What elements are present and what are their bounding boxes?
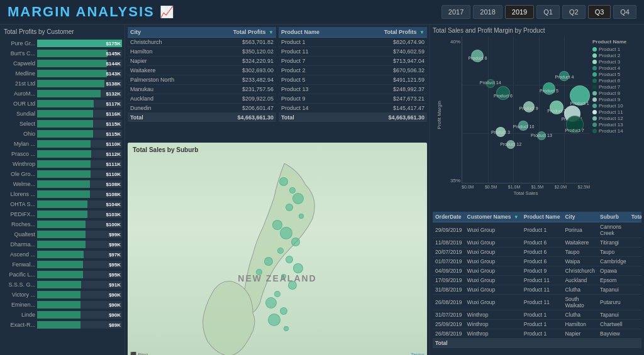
bar-label: Qualtest: [3, 231, 37, 238]
table-row[interactable]: 01/07/2019Wuxi GroupProduct 6WaipaCambri…: [433, 257, 641, 266]
grid-v-3: [539, 36, 540, 183]
cell-1: Wuxi Group: [465, 295, 521, 310]
bar-row[interactable]: Eminen... $90K: [3, 300, 122, 309]
bar-row[interactable]: Linde $90K: [3, 310, 122, 319]
table-row[interactable]: Hamilton$350,120.02: [128, 47, 276, 57]
city-name: Dunedin: [128, 104, 205, 113]
table-row[interactable]: 25/09/2019WinthropProduct 1HamiltonChart…: [433, 320, 641, 329]
bar-row[interactable]: OUR Ltd $117K: [3, 99, 122, 108]
q3-button[interactable]: Q3: [588, 5, 611, 19]
table-row[interactable]: Product 5$491,121.59: [279, 75, 427, 85]
table-row[interactable]: 29/09/2019Wuxi GroupProduct 1PoriruaCann…: [433, 222, 641, 238]
cell-2: Product 1: [521, 320, 563, 329]
legend-dot: [592, 85, 597, 89]
table-row[interactable]: Waitakere$302,693.00: [128, 66, 276, 75]
city-name: Napier: [128, 57, 205, 66]
bar-row[interactable]: Victory ... $90K: [3, 290, 122, 299]
scatter-bubble-label: Product 14: [480, 80, 501, 85]
bar-row[interactable]: Pacific L... $95K: [3, 270, 122, 279]
bar-value: $99K: [109, 231, 121, 238]
bar-row[interactable]: Ohio $115K: [3, 129, 122, 138]
cell-0: 04/09/2019: [433, 266, 465, 276]
x-label-4: $2.0M: [555, 185, 567, 189]
city-profit: $302,693.00: [205, 66, 276, 75]
bar-row[interactable]: Llorens ... $108K: [3, 190, 122, 199]
legend-item: Product 7: [592, 84, 641, 90]
bar-fill: [37, 70, 107, 77]
city-total-value: $4,663,661.30: [205, 113, 276, 123]
table-row[interactable]: 26/08/2019Wuxi GroupProduct 11South Waik…: [433, 295, 641, 310]
chart-icon: 📈: [160, 5, 174, 19]
bar-row[interactable]: Burt's C... $145K: [3, 49, 122, 58]
bar-row[interactable]: Qualtest $99K: [3, 230, 122, 239]
bar-row[interactable]: Mylan ... $110K: [3, 139, 122, 148]
q1-button[interactable]: Q1: [536, 5, 560, 19]
table-row[interactable]: Dunedin$206,601.47: [128, 104, 276, 113]
table-row[interactable]: Product 2$670,506.32: [279, 66, 427, 75]
year-2019-button[interactable]: 2019: [505, 5, 534, 19]
bar-row[interactable]: OHTA S... $104K: [3, 200, 122, 209]
scatter-bubble-label: Product 4: [555, 75, 574, 79]
q4-button[interactable]: Q4: [613, 5, 636, 19]
map-bubble: [268, 314, 280, 326]
filter-icon-customer[interactable]: ▼: [514, 214, 519, 220]
bar-row[interactable]: AuroM... $132K: [3, 89, 122, 98]
table-row[interactable]: Christchurch$563,701.82: [128, 38, 276, 47]
table-row[interactable]: Auckland$209,922.05: [128, 94, 276, 104]
bar-row[interactable]: Ole Gro... $110K: [3, 170, 122, 178]
map-bubbles: [128, 143, 427, 355]
bar-row[interactable]: Welme... $108K: [3, 180, 122, 188]
bar-row[interactable]: Pure Gr... $175K: [3, 39, 122, 48]
table-row[interactable]: Product 14$145,417.47: [279, 104, 427, 113]
table-row[interactable]: 11/08/2019Wuxi GroupProduct 6WaitakereTi…: [433, 238, 641, 248]
bar-row[interactable]: Sundial $116K: [3, 109, 122, 118]
bar-row[interactable]: Select $115K: [3, 119, 122, 128]
cell-0: 26/08/2019: [433, 295, 465, 310]
year-2018-button[interactable]: 2018: [473, 5, 502, 19]
filter-icon-product[interactable]: ▼: [419, 30, 425, 35]
bar-row[interactable]: Fenwal... $95K: [3, 260, 122, 269]
legend-label: Product 7: [599, 84, 620, 90]
q2-button[interactable]: Q2: [562, 5, 586, 19]
cell-5: [629, 276, 641, 285]
bar-row[interactable]: Exact-R... $89K: [3, 320, 122, 329]
bar-row[interactable]: Winthrop $111K: [3, 160, 122, 168]
bar-track: $90K: [37, 291, 122, 298]
table-row[interactable]: 31/08/2019Wuxi GroupProduct 11CluthaTapa…: [433, 285, 641, 295]
table-row[interactable]: 31/07/2019WinthropProduct 1CluthaTapanui: [433, 310, 641, 320]
bar-row[interactable]: S.S.S. G... $91K: [3, 280, 122, 289]
bar-row[interactable]: Dharma... $99K: [3, 240, 122, 249]
table-row[interactable]: Product 7$713,947.04: [279, 57, 427, 66]
bar-row[interactable]: PEDiFX... $103K: [3, 210, 122, 219]
bar-fill: [37, 200, 87, 208]
bar-value: $145K: [106, 50, 121, 57]
table-row[interactable]: 17/09/2019Wuxi GroupProduct 11AucklandEp…: [433, 276, 641, 285]
scatter-plot-container: Product 8Product 14Product 6Product 3Pro…: [462, 36, 590, 194]
bar-row[interactable]: Ascend ... $97K: [3, 250, 122, 259]
city-profit: $231,757.56: [205, 85, 276, 94]
bar-row[interactable]: Capweld $144K: [3, 59, 122, 68]
bar-row[interactable]: 21st Ltd $138K: [3, 79, 122, 88]
cell-3: Porirua: [562, 222, 597, 238]
bar-row[interactable]: Roches... $100K: [3, 220, 122, 229]
table-row[interactable]: Product 11$740,602.59: [279, 47, 427, 57]
bar-value: $115K: [106, 130, 121, 138]
y-axis-label: Profit Margin: [436, 96, 442, 134]
filter-icon[interactable]: ▼: [269, 30, 274, 35]
table-row[interactable]: 26/08/2019WinthropProduct 1NapierBayview: [433, 329, 641, 339]
table-row[interactable]: Product 1$820,474.90: [279, 38, 427, 47]
bar-row[interactable]: Prasco ... $112K: [3, 150, 122, 158]
year-2017-button[interactable]: 2017: [441, 5, 470, 19]
bar-label: Mylan ...: [3, 141, 37, 147]
table-row[interactable]: Napier$324,220.91: [128, 57, 276, 66]
table-row[interactable]: Manukau$231,757.56: [128, 85, 276, 94]
legend-dot: [592, 97, 597, 102]
bar-row[interactable]: Medline $143K: [3, 69, 122, 78]
table-row[interactable]: 20/07/2019Wuxi GroupProduct 6TaupoTaupo: [433, 248, 641, 257]
map-terms-link[interactable]: Terms: [411, 352, 425, 355]
table-row[interactable]: Product 9$247,673.21: [279, 94, 427, 104]
bar-label: Ohio: [3, 131, 37, 137]
table-row[interactable]: Palmerston North$233,482.94: [128, 75, 276, 85]
table-row[interactable]: 04/09/2019Wuxi GroupProduct 9Christchurc…: [433, 266, 641, 276]
table-row[interactable]: Product 13$248,992.37: [279, 85, 427, 94]
